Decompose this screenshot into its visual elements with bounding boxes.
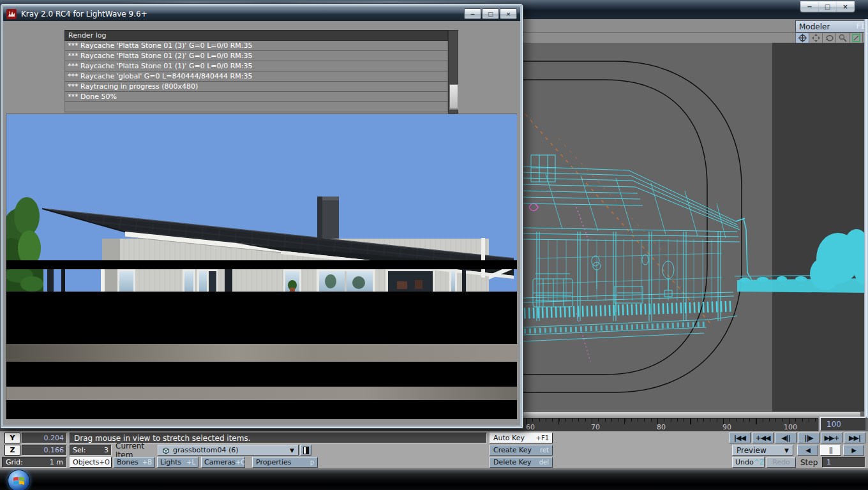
go-start-button[interactable]: |◀◀ [729,433,751,443]
preview-dropdown[interactable]: Preview ▼ [732,445,793,456]
end-frame-field[interactable]: 100 [819,417,867,431]
go-end-button[interactable]: ▶▶| [844,433,865,443]
y-value-field[interactable]: 0.204 [22,433,67,443]
bones-button[interactable]: Bones +B [114,457,155,468]
layout-control-panel: Y 0.204 Drag mouse in view to stretch se… [0,431,868,468]
create-key-button[interactable]: Create Key ret [490,445,553,456]
selection-count: Sel: 3 [70,445,112,456]
chevron-down-icon: ▼ [290,447,294,454]
screen: − □ × Modeler F12 [0,0,868,490]
play-reverse-button[interactable]: ◀ [797,445,818,456]
lights-button[interactable]: Lights +L [157,457,198,468]
log-line-empty [64,102,448,112]
current-item-dropdown[interactable]: grassbottom04 (6) ▼ [158,445,299,456]
play-forward-button[interactable]: ▶ [843,445,864,456]
log-line: *** Done 50% [64,92,448,102]
wireframe-house [523,155,752,341]
grid-size-field: Grid: 1 m [2,457,67,468]
render-downspout [481,238,485,278]
window-right-edge [864,19,868,418]
step-back-button[interactable]: ◀|| [775,433,797,443]
prev-keyframe-button[interactable]: +◀◀ [752,433,774,443]
close-icon[interactable]: × [837,2,854,11]
log-scrollbar-thumb[interactable] [449,84,458,110]
step-label: Step [800,457,819,468]
taskbar: e » Layout™ NewTek Li... Kray - global i… [0,470,868,490]
wireframe-scene [520,43,868,412]
objects-button[interactable]: Objects +O [70,457,112,468]
viewport-pan-icon[interactable] [809,33,823,43]
maximize-icon[interactable]: □ [819,2,836,11]
hedge-silhouette [735,229,868,293]
log-line: *** Raycache 'Platta Stone 01 (2)' G=0 L… [64,51,448,61]
chevron-down-icon: ▼ [784,447,789,454]
close-icon[interactable]: × [500,8,517,19]
kray-app-icon [6,9,17,19]
render-log-header: Render log [64,30,448,41]
modeler-label: Modeler [799,22,830,31]
step-field[interactable]: 1 [822,457,865,468]
maximize-icon[interactable]: □ [482,8,499,19]
viewport-fit-icon[interactable] [849,33,863,43]
kray-window-controls: − □ × [464,8,517,19]
minimize-icon[interactable]: − [801,2,818,11]
start-button[interactable] [8,470,30,490]
item-list-button[interactable] [300,445,311,456]
properties-button[interactable]: Properties p [252,457,318,468]
z-value-field[interactable]: 0.166 [22,445,67,456]
z-axis-button[interactable]: Z [4,445,20,456]
viewport-move-icon[interactable] [795,33,809,43]
undo-button[interactable]: Undo^Z [732,457,765,468]
timeline-tick-label: 60 [526,423,535,431]
step-fwd-button[interactable]: ||▶ [798,433,819,443]
delete-key-button[interactable]: Delete Key del [490,457,553,468]
minimize-icon[interactable]: − [464,8,481,19]
object-cube-icon [162,447,170,454]
windows-logo-icon [13,476,24,486]
next-keyframe-button[interactable]: ▶▶+ [821,433,842,443]
kray-titlebar[interactable]: Kray 2.0 RC4 for LightWave 9.6+ − □ × [3,6,520,21]
cameras-button[interactable]: Cameras +C [201,457,245,468]
timeline-tick-label: 100 [784,423,797,431]
y-axis-button[interactable]: Y [4,433,20,443]
log-line: *** Raytracing in progress (800x480) [64,82,448,92]
log-line: *** Raycache 'Platta Stone 01 (1)' G=0 L… [64,61,448,71]
render-chimney [317,197,339,239]
redo-button[interactable]: Redo [767,457,796,468]
list-icon [303,447,309,454]
render-log-panel: Render log *** Raycache 'Platta Stone 01… [64,30,448,114]
viewport-zoom-icon[interactable] [835,33,849,43]
timeline-tick-label: 80 [657,423,666,431]
timeline-tick-label: 90 [722,423,731,431]
render-trees [6,197,43,307]
auto-key-button[interactable]: Auto Key +F1 [490,433,553,443]
log-line: *** Raycache 'Platta Stone 01 (3)' G=0 L… [64,41,448,51]
current-item-label: Current Item [116,445,156,456]
log-scrollbar[interactable] [448,30,458,114]
log-line: *** Raycache 'global' G=0 L=840444/84044… [64,71,448,82]
pause-button[interactable]: || [820,445,841,456]
render-preview-image [6,114,517,419]
timeline-tick-label: 70 [591,423,600,431]
viewport-rotate-icon[interactable] [822,33,836,43]
modeler-button[interactable]: Modeler F12 [795,20,868,33]
layout-window-controls: − □ × [800,1,855,13]
kray-render-window: Kray 2.0 RC4 for LightWave 9.6+ − □ × Re… [0,3,523,429]
kray-window-title: Kray 2.0 RC4 for LightWave 9.6+ [21,10,147,19]
